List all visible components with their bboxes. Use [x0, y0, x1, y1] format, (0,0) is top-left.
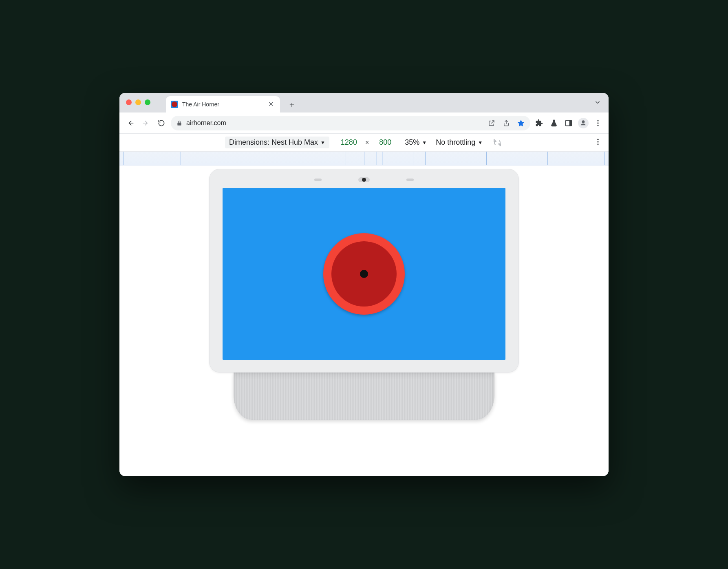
rotate-icon: [492, 138, 502, 148]
tab-search-button[interactable]: [594, 99, 601, 106]
airhorn-center: [360, 270, 368, 278]
window-controls: [126, 99, 150, 105]
url-text: airhorner.com: [186, 119, 482, 127]
ruler-tick: [303, 152, 303, 165]
height-input[interactable]: 800: [375, 138, 396, 147]
throttling-select[interactable]: No throttling ▼: [436, 138, 483, 147]
ruler-tick-minor: [346, 152, 346, 165]
dimensions-select[interactable]: Dimensions: Nest Hub Max ▼: [225, 137, 329, 148]
favicon-icon: [171, 101, 178, 108]
window-zoom-button[interactable]: [145, 99, 150, 105]
device-frame-bezel: [209, 169, 519, 373]
ruler-tick: [242, 152, 242, 165]
extensions-button[interactable]: [534, 117, 545, 129]
ruler-tick: [486, 152, 487, 165]
ruler-tick-minor: [405, 152, 405, 165]
avatar-icon: [578, 118, 589, 128]
close-tab-button[interactable]: ✕: [267, 100, 275, 108]
svg-point-6: [597, 141, 598, 142]
back-button[interactable]: [124, 117, 137, 129]
camera-icon: [358, 177, 370, 182]
sensor-icon: [314, 179, 322, 181]
ruler-tick-minor: [382, 152, 383, 165]
puzzle-icon: [535, 119, 543, 127]
browser-window: The Air Horner ✕ ＋ airhorner.com: [119, 93, 609, 476]
chevron-down-icon: [594, 99, 601, 106]
caret-down-icon: ▼: [320, 140, 325, 146]
sidepanel-button[interactable]: [563, 117, 574, 129]
reload-button[interactable]: [155, 117, 168, 129]
svg-point-7: [597, 143, 598, 145]
ruler-tick: [425, 152, 426, 165]
svg-point-3: [597, 122, 598, 124]
forward-button[interactable]: [140, 117, 152, 129]
airhorn-button[interactable]: [323, 233, 405, 315]
window-close-button[interactable]: [126, 99, 132, 105]
svg-point-2: [597, 120, 598, 121]
ruler-tick: [181, 152, 181, 165]
flask-icon: [550, 119, 558, 127]
ruler-tick: [604, 152, 605, 165]
rotate-button[interactable]: [492, 137, 503, 148]
device-frame-base: [234, 372, 494, 420]
device-toolbar-menu[interactable]: [594, 138, 602, 146]
svg-point-5: [597, 139, 598, 140]
zoom-value: 35%: [405, 138, 419, 147]
profile-button[interactable]: [578, 117, 589, 129]
window-minimize-button[interactable]: [135, 99, 141, 105]
width-input[interactable]: 1280: [338, 138, 360, 147]
caret-down-icon: ▼: [478, 140, 483, 146]
tab-strip: The Air Horner ✕ ＋: [166, 93, 299, 112]
arrow-right-icon: [142, 119, 150, 127]
lock-icon: [176, 120, 182, 126]
panel-icon: [565, 119, 573, 127]
ruler-tick: [547, 152, 548, 165]
kebab-icon: [594, 119, 602, 127]
dimensions-readout: 1280 × 800: [338, 138, 396, 147]
tab-title: The Air Horner: [182, 101, 263, 108]
caret-down-icon: ▼: [422, 140, 427, 146]
ruler-tick-minor: [369, 152, 369, 165]
bookmark-star-icon[interactable]: [516, 118, 526, 128]
airhorn-inner: [331, 241, 397, 307]
labs-button[interactable]: [548, 117, 560, 129]
new-tab-button[interactable]: ＋: [285, 97, 299, 111]
svg-rect-1: [569, 120, 572, 126]
ruler-tick: [364, 152, 364, 165]
open-external-icon[interactable]: [486, 118, 497, 128]
throttling-value: No throttling: [436, 138, 475, 147]
device-sensors: [210, 177, 518, 182]
dimensions-label: Dimensions: Nest Hub Max: [229, 138, 318, 147]
sensor-icon: [406, 179, 414, 181]
page-content[interactable]: [223, 188, 505, 360]
device-frame-nesthub: [209, 169, 519, 420]
svg-point-4: [597, 125, 598, 126]
times-icon: ×: [365, 139, 369, 146]
reload-icon: [157, 119, 165, 127]
address-bar[interactable]: airhorner.com: [171, 116, 530, 130]
titlebar: The Air Horner ✕ ＋: [119, 93, 609, 112]
ruler-tick-minor: [376, 152, 377, 165]
browser-toolbar: airhorner.com: [119, 112, 609, 134]
device-viewport: [119, 165, 609, 476]
ruler-tick-minor: [352, 152, 352, 165]
share-icon[interactable]: [501, 118, 512, 128]
device-toolbar: Dimensions: Nest Hub Max ▼ 1280 × 800 35…: [119, 134, 609, 152]
ruler-tick-minor: [413, 152, 413, 165]
zoom-select[interactable]: 35% ▼: [405, 138, 427, 147]
browser-menu-button[interactable]: [592, 117, 604, 129]
ruler-tick: [124, 152, 124, 165]
kebab-icon: [594, 138, 602, 146]
arrow-left-icon: [126, 119, 135, 127]
browser-tab[interactable]: The Air Horner ✕: [166, 96, 280, 112]
ruler[interactable]: [119, 152, 609, 165]
